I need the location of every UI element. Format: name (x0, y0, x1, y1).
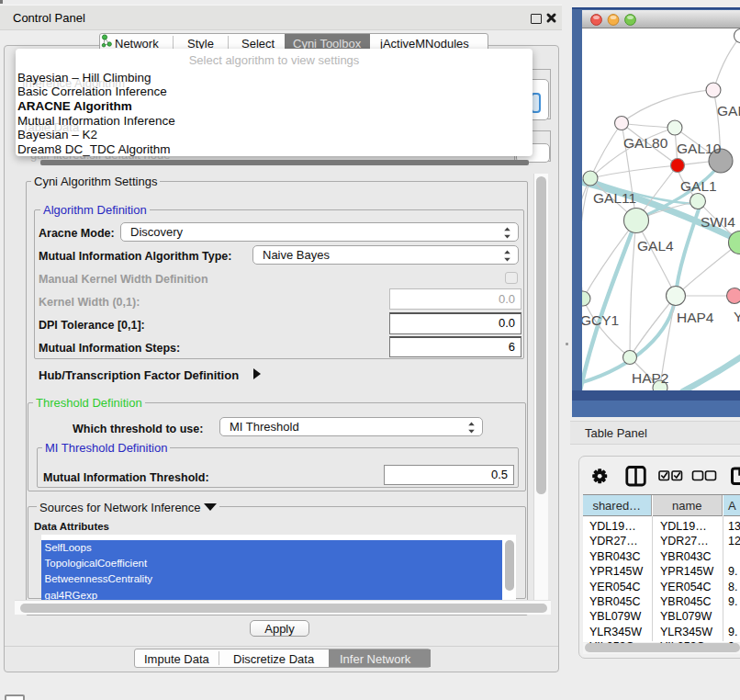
svg-text:GCY1: GCY1 (582, 312, 619, 328)
svg-text:GAL1: GAL1 (680, 178, 717, 194)
svg-text:GAL4: GAL4 (637, 238, 674, 254)
svg-text:HAP4: HAP4 (677, 310, 714, 325)
svg-text:GAL80: GAL80 (623, 135, 668, 151)
svg-text:GAL7: GAL7 (717, 103, 740, 119)
svg-text:GAL10: GAL10 (677, 141, 722, 156)
svg-text:Y: Y (734, 309, 740, 324)
svg-text:SWI4: SWI4 (701, 214, 735, 230)
svg-text:GAL11: GAL11 (593, 190, 636, 206)
svg-text:HAP2: HAP2 (632, 370, 669, 386)
